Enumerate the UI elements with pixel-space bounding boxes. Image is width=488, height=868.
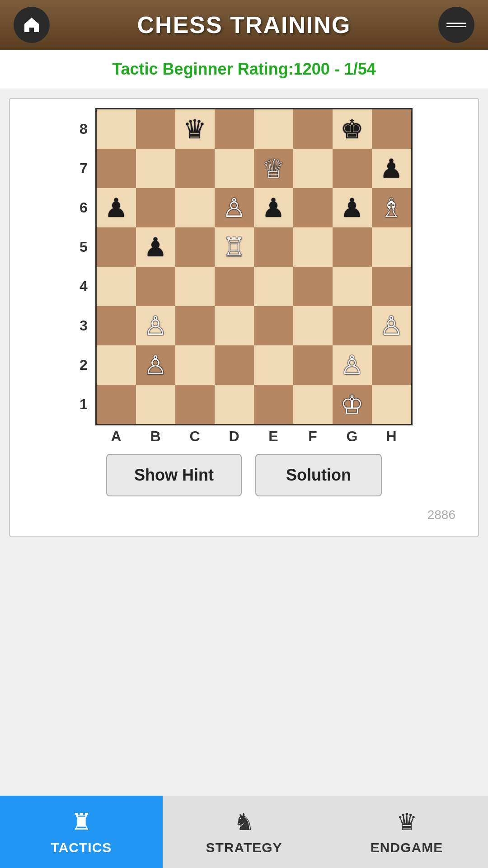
piece-black-pawn: ♟ — [144, 234, 167, 260]
file-e: E — [254, 428, 293, 445]
board-cell[interactable]: ♗ — [372, 188, 411, 227]
board-cell[interactable] — [254, 109, 293, 149]
home-button[interactable] — [14, 7, 50, 43]
board-cell[interactable] — [215, 109, 254, 149]
board-cell[interactable] — [136, 267, 175, 306]
main-content: Tactic Beginner Rating:1200 - 1/54 8 7 6… — [0, 50, 488, 796]
board-cell[interactable] — [97, 345, 136, 385]
board-cell[interactable]: ♕ — [254, 149, 293, 188]
board-cell[interactable]: ♟ — [372, 149, 411, 188]
board-cell[interactable] — [215, 149, 254, 188]
file-d: D — [215, 428, 254, 445]
board-cell[interactable] — [97, 385, 136, 424]
board-cell[interactable] — [175, 385, 215, 424]
tab-endgame[interactable]: ♛ ENDGAME — [325, 796, 488, 868]
rank-4: 4 — [76, 267, 92, 306]
board-cell[interactable] — [97, 227, 136, 267]
endgame-icon: ♛ — [396, 808, 418, 835]
board-cell[interactable] — [97, 149, 136, 188]
board-cell[interactable]: ♙ — [215, 188, 254, 227]
board-cell[interactable] — [293, 345, 333, 385]
piece-white-queen: ♕ — [262, 156, 285, 182]
svg-rect-0 — [446, 23, 466, 24]
board-cell[interactable] — [293, 188, 333, 227]
board-cell[interactable] — [254, 345, 293, 385]
board-cell[interactable] — [215, 345, 254, 385]
board-cell[interactable] — [333, 227, 372, 267]
tab-strategy[interactable]: ♞ STRATEGY — [163, 796, 325, 868]
bottom-nav: ♜ TACTICS ♞ STRATEGY ♛ ENDGAME — [0, 796, 488, 868]
board-cell[interactable] — [215, 385, 254, 424]
board-cell[interactable]: ♙ — [136, 306, 175, 345]
board-cell[interactable] — [136, 385, 175, 424]
board-cell[interactable] — [293, 267, 333, 306]
rank-1: 1 — [76, 385, 92, 424]
board-cell[interactable]: ♟ — [254, 188, 293, 227]
board-cell[interactable]: ♙ — [136, 345, 175, 385]
board-cell[interactable]: ♟ — [97, 188, 136, 227]
board-cell[interactable] — [372, 109, 411, 149]
board-cell[interactable] — [293, 227, 333, 267]
tactics-label: TACTICS — [51, 840, 112, 855]
board-cell[interactable] — [293, 385, 333, 424]
board-cell[interactable] — [254, 385, 293, 424]
board-cell[interactable] — [372, 385, 411, 424]
board-cell[interactable] — [175, 149, 215, 188]
board-cell[interactable] — [175, 227, 215, 267]
board-cell[interactable] — [372, 345, 411, 385]
board-cell[interactable] — [136, 188, 175, 227]
show-hint-button[interactable]: Show Hint — [106, 454, 242, 496]
board-cell[interactable]: ♟ — [333, 188, 372, 227]
menu-button[interactable] — [438, 7, 474, 43]
board-cell[interactable] — [175, 306, 215, 345]
board-cell[interactable] — [175, 188, 215, 227]
board-cell[interactable] — [372, 267, 411, 306]
board-cell[interactable] — [136, 149, 175, 188]
board-cell[interactable] — [293, 149, 333, 188]
board-cell[interactable]: ♛ — [175, 109, 215, 149]
piece-white-rook: ♖ — [222, 234, 246, 260]
rank-labels: 8 7 6 5 4 3 2 1 — [76, 109, 92, 424]
chess-board: ♛♚♕♟♟♙♟♟♗♟♖♙♙♙♙♔ — [95, 108, 413, 425]
solution-button[interactable]: Solution — [255, 454, 382, 496]
board-cell[interactable] — [254, 306, 293, 345]
board-cell[interactable]: ♙ — [372, 306, 411, 345]
piece-black-queen: ♛ — [183, 116, 206, 142]
board-cell[interactable] — [333, 149, 372, 188]
piece-black-pawn: ♟ — [104, 195, 128, 221]
board-cell[interactable] — [333, 306, 372, 345]
strategy-label: STRATEGY — [206, 840, 282, 855]
board-cell[interactable] — [175, 267, 215, 306]
piece-white-pawn: ♙ — [340, 352, 364, 378]
board-cell[interactable] — [97, 267, 136, 306]
board-cell[interactable]: ♔ — [333, 385, 372, 424]
piece-white-pawn: ♙ — [380, 313, 403, 339]
rank-7: 7 — [76, 149, 92, 188]
board-cell[interactable] — [97, 306, 136, 345]
board-cell[interactable] — [215, 267, 254, 306]
board-cell[interactable] — [97, 109, 136, 149]
piece-black-king: ♚ — [340, 116, 364, 142]
board-cell[interactable]: ♙ — [333, 345, 372, 385]
rank-5: 5 — [76, 227, 92, 267]
board-cell[interactable] — [293, 306, 333, 345]
board-wrapper: 8 7 6 5 4 3 2 1 — [19, 108, 469, 445]
board-cell[interactable]: ♖ — [215, 227, 254, 267]
board-cell[interactable] — [333, 267, 372, 306]
board-cell[interactable]: ♟ — [136, 227, 175, 267]
piece-white-pawn: ♙ — [144, 352, 167, 378]
board-cell[interactable] — [254, 227, 293, 267]
board-cell[interactable] — [136, 109, 175, 149]
board-cell[interactable] — [254, 267, 293, 306]
app-title: CHESS TRAINING — [137, 11, 351, 38]
file-labels: A B C D E F G H — [97, 428, 411, 445]
board-area: 8 7 6 5 4 3 2 1 — [76, 108, 413, 425]
board-cell[interactable] — [372, 227, 411, 267]
puzzle-id: 2886 — [19, 508, 469, 527]
board-cell[interactable] — [293, 109, 333, 149]
board-cell[interactable]: ♚ — [333, 109, 372, 149]
file-c: C — [175, 428, 215, 445]
board-cell[interactable] — [175, 345, 215, 385]
tab-tactics[interactable]: ♜ TACTICS — [0, 796, 163, 868]
board-cell[interactable] — [215, 306, 254, 345]
